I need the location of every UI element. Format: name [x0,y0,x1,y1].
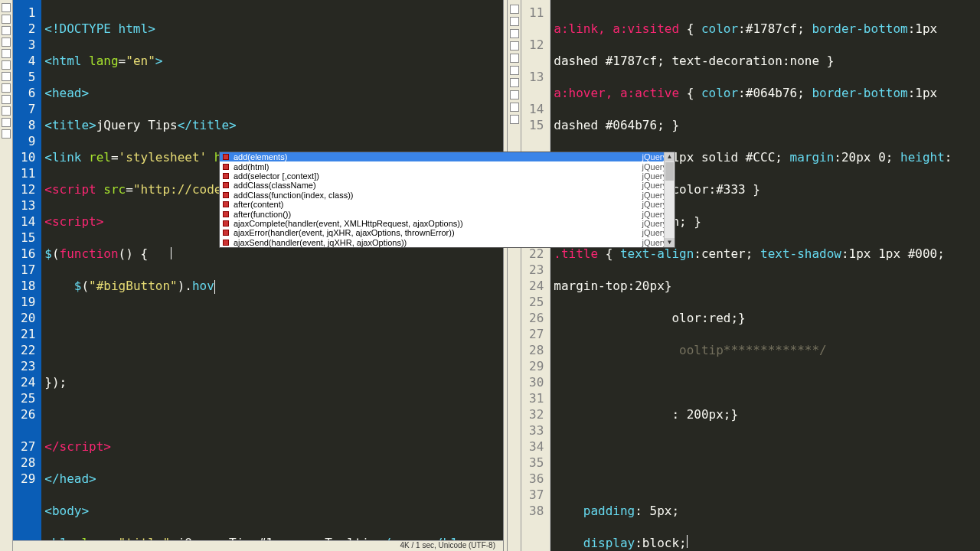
line-number: 24 [21,374,35,390]
code-token: olor:red;} [671,311,745,325]
code-token: class [67,536,111,540]
tool-icon[interactable] [510,54,519,63]
code-token: $ [74,279,82,293]
line-number: 35 [529,455,544,471]
line-number: 38 [529,503,544,519]
tool-icon[interactable] [2,60,11,70]
line-number: 25 [529,294,544,310]
line-number: 13 [529,69,544,85]
code-token: <html [44,54,81,68]
scroll-down-icon[interactable]: ▼ [665,238,675,247]
code-token: </head> [44,471,96,486]
code-token: = [111,150,119,165]
line-number: 23 [21,358,35,374]
code-token: 'stylesheet' [119,150,207,165]
tool-icon[interactable] [510,115,519,124]
tool-icon[interactable] [510,29,519,38]
method-icon [223,182,229,188]
autocomplete-item[interactable]: addClass(function(index, class))jQuery [220,191,675,200]
autocomplete-item[interactable]: add(html)jQuery [220,161,675,171]
tool-icon[interactable] [2,106,11,116]
code-token: }); [44,375,67,390]
line-number: 6 [21,85,35,101]
code-token: dashed #1787cf; text-decoration:none } [554,54,834,68]
tool-icon[interactable] [510,17,519,26]
line-number: 27 [21,439,35,455]
code-token: .title [554,246,598,261]
code-token: = [111,536,119,540]
line-number: 28 [21,455,35,471]
line-number: 22 [529,246,544,262]
code-token: <head> [44,86,89,100]
line-number [21,422,35,439]
code-token: <title> [44,118,96,132]
left-code[interactable]: <!DOCTYPE html> <html lang="en"> <head> … [41,0,503,540]
tool-icon[interactable] [510,103,519,112]
code-token: <body> [44,504,89,518]
tool-icon[interactable] [2,26,11,35]
code-token: color [701,86,738,100]
autocomplete-item[interactable]: ajaxSend(handler(event, jqXHR, ajaxOptio… [220,238,675,247]
tool-icon[interactable] [2,95,11,104]
autocomplete-popup[interactable]: ▲ ▼ add(elements)jQueryadd(html)jQueryad… [219,152,675,248]
tool-icon[interactable] [2,72,11,81]
autocomplete-item[interactable]: add(selector [,context])jQuery [220,171,675,181]
code-token [44,279,74,293]
tool-icon[interactable] [2,118,11,127]
scroll-thumb[interactable] [665,162,674,181]
autocomplete-label: ajaxComplete(handler(event, XMLHttpReque… [234,219,463,228]
tool-icon[interactable] [510,66,519,75]
code-token: ooltip*************/ [679,343,827,357]
autocomplete-label: ajaxError(handler(event, jqXHR, ajaxOpti… [234,228,455,237]
autocomplete-label: after(content) [234,200,283,209]
left-pane: 1234567891011121314151617181920212223242… [13,0,503,551]
line-number: 25 [21,390,35,406]
method-icon [223,211,229,217]
tool-icon[interactable] [510,5,519,14]
tool-icon[interactable] [510,90,519,99]
left-toolbar [0,0,13,551]
code-token: <link [44,150,81,165]
tool-icon[interactable] [2,15,11,24]
scroll-up-icon[interactable]: ▲ [665,152,675,161]
code-token: border-bottom [812,86,907,100]
tool-icon[interactable] [510,78,519,87]
code-token: dashed #064b76; } [554,118,679,132]
tool-icon[interactable] [2,3,11,12]
right-code[interactable]: a:link, a:visited { color:#1787cf; borde… [550,0,980,551]
autocomplete-item[interactable]: add(elements)jQuery [220,152,675,161]
autocomplete-item[interactable]: addClass(className)jQuery [220,181,675,190]
tool-icon[interactable] [510,41,519,51]
line-number [529,133,544,149]
right-editor[interactable]: 1112131415161718192021222324252627282930… [521,0,980,551]
autocomplete-label: addClass(className) [234,181,316,190]
code-token: { [598,246,620,261]
tool-icon[interactable] [2,49,11,58]
autocomplete-label: add(selector [,context]) [234,171,319,181]
line-number: 15 [529,117,544,133]
tool-icon[interactable] [2,37,11,47]
method-icon [223,173,229,179]
tool-icon[interactable] [2,129,11,139]
left-editor[interactable]: 1234567891011121314151617181920212223242… [13,0,503,540]
autocomplete-item[interactable]: ajaxError(handler(event, jqXHR, ajaxOpti… [220,228,675,237]
autocomplete-item[interactable]: after(content)jQuery [220,200,675,209]
autocomplete-label: after(function()) [234,210,291,219]
autocomplete-scrollbar[interactable]: ▲ ▼ [664,152,675,247]
line-number: 24 [529,278,544,294]
line-number: 2 [21,21,35,37]
code-token: jQuery Tips [96,118,178,132]
text-cursor [214,280,215,294]
status-text: 4K / 1 sec, Unicode (UTF-8) [400,541,495,549]
line-number: 20 [21,310,35,326]
tool-icon[interactable] [2,83,11,93]
line-number: 16 [21,246,35,262]
autocomplete-item[interactable]: ajaxComplete(handler(event, XMLHttpReque… [220,219,675,228]
line-number: 36 [529,471,544,487]
line-number: 14 [21,214,35,230]
text-cursor [687,535,688,548]
autocomplete-item[interactable]: after(function())jQuery [220,209,675,218]
line-number: 11 [21,165,35,181]
code-token: = [119,54,126,68]
line-number: 28 [529,342,544,358]
